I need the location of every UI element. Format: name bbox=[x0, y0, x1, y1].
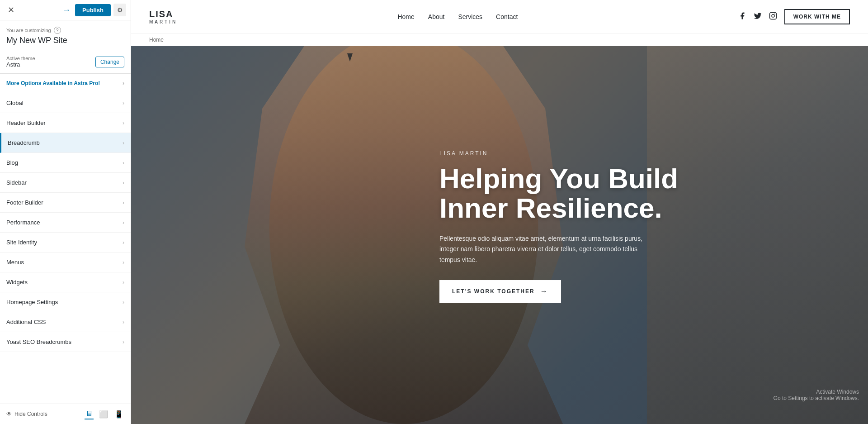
close-button[interactable]: ✕ bbox=[5, 4, 17, 16]
menu-item-blog[interactable]: Blog› bbox=[0, 153, 131, 173]
preview-area: LISA MARTIN Home About Services Contact bbox=[131, 0, 868, 424]
menu-item-homepage-settings[interactable]: Homepage Settings› bbox=[0, 292, 131, 312]
menu-item-label: More Options Available in Astra Pro! bbox=[6, 80, 100, 86]
customizing-header: You are customizing ? My New WP Site bbox=[0, 20, 131, 50]
menu-item-label: Sidebar bbox=[6, 179, 27, 186]
theme-label: Active theme bbox=[6, 56, 35, 61]
hero-title-line2: Inner Resilience. bbox=[439, 192, 662, 224]
hero-content: LISA MARTIN Helping You Build Inner Resi… bbox=[426, 137, 831, 317]
customizing-text: You are customizing bbox=[6, 28, 51, 33]
hero-cta-button[interactable]: LET'S WORK TOGETHER → bbox=[439, 280, 561, 303]
menu-item-performance[interactable]: Performance› bbox=[0, 213, 131, 233]
chevron-right-icon: › bbox=[123, 160, 124, 166]
menu-item-more-options-available-in-astra-pro[interactable]: More Options Available in Astra Pro!› bbox=[0, 74, 131, 93]
chevron-right-icon: › bbox=[123, 339, 124, 345]
menu-item-site-identity[interactable]: Site Identity› bbox=[0, 233, 131, 252]
nav-contact[interactable]: Contact bbox=[496, 13, 518, 20]
hero-title-line1: Helping You Build bbox=[439, 163, 678, 194]
hero-subtitle: LISA MARTIN bbox=[439, 150, 818, 157]
device-icons: 🖥 ⬜ 📱 bbox=[85, 409, 124, 419]
breadcrumb-bar: Home bbox=[131, 34, 868, 46]
menu-item-label: Global bbox=[6, 100, 24, 106]
menu-item-additional-css[interactable]: Additional CSS› bbox=[0, 312, 131, 332]
breadcrumb-home: Home bbox=[149, 37, 164, 43]
menu-item-label: Performance bbox=[6, 219, 40, 226]
menu-item-label: Breadcrumb bbox=[8, 139, 40, 146]
chevron-right-icon: › bbox=[123, 140, 124, 146]
menu-item-label: Blog bbox=[6, 159, 18, 166]
menu-item-yoast-seo-breadcrumbs[interactable]: Yoast SEO Breadcrumbs› bbox=[0, 332, 131, 352]
menu-item-label: Homepage Settings bbox=[6, 299, 58, 305]
chevron-right-icon: › bbox=[123, 319, 124, 325]
menu-item-breadcrumb[interactable]: Breadcrumb› bbox=[0, 133, 131, 153]
menu-item-label: Additional CSS bbox=[6, 319, 46, 325]
chevron-right-icon: › bbox=[123, 200, 124, 206]
menu-item-footer-builder[interactable]: Footer Builder› bbox=[0, 193, 131, 213]
facebook-icon[interactable] bbox=[738, 12, 746, 22]
menu-item-label: Header Builder bbox=[6, 119, 46, 126]
menu-list: More Options Available in Astra Pro!›Glo… bbox=[0, 74, 131, 404]
menu-item-header-builder[interactable]: Header Builder› bbox=[0, 113, 131, 133]
tablet-device-button[interactable]: ⬜ bbox=[98, 409, 109, 419]
chevron-right-icon: › bbox=[123, 239, 124, 246]
eye-icon: 👁 bbox=[6, 411, 12, 417]
nav-services[interactable]: Services bbox=[458, 13, 482, 20]
customizer-panel: ✕ → Publish ⚙ You are customizing ? My N… bbox=[0, 0, 131, 424]
header-right: WORK WITH ME bbox=[738, 9, 850, 24]
site-logo: LISA MARTIN bbox=[149, 9, 177, 24]
chevron-right-icon: › bbox=[123, 100, 124, 106]
publish-button[interactable]: Publish bbox=[75, 4, 111, 16]
nav-about[interactable]: About bbox=[428, 13, 445, 20]
mobile-device-button[interactable]: 📱 bbox=[113, 409, 124, 419]
chevron-right-icon: › bbox=[123, 219, 124, 226]
chevron-right-icon: › bbox=[123, 279, 124, 286]
menu-item-label: Footer Builder bbox=[6, 199, 43, 206]
top-bar: ✕ → Publish ⚙ bbox=[0, 0, 131, 20]
hero-cta-label: LET'S WORK TOGETHER bbox=[452, 288, 535, 295]
activate-line2: Go to Settings to activate Windows. bbox=[774, 395, 859, 401]
svg-point-1 bbox=[772, 14, 774, 17]
svg-point-2 bbox=[774, 14, 775, 14]
svg-rect-0 bbox=[769, 13, 776, 19]
top-bar-right: → Publish ⚙ bbox=[62, 4, 126, 16]
theme-info: Active theme Astra bbox=[6, 56, 35, 68]
desktop-device-button[interactable]: 🖥 bbox=[85, 409, 94, 419]
customizing-label: You are customizing ? bbox=[6, 27, 124, 34]
menu-item-widgets[interactable]: Widgets› bbox=[0, 272, 131, 292]
work-with-me-button[interactable]: WORK WITH ME bbox=[784, 9, 850, 24]
nav-home[interactable]: Home bbox=[397, 13, 414, 20]
chevron-right-icon: › bbox=[123, 120, 124, 126]
chevron-right-icon: › bbox=[123, 299, 124, 305]
site-nav: Home About Services Contact bbox=[397, 13, 518, 20]
bottom-controls: 👁 Hide Controls 🖥 ⬜ 📱 bbox=[0, 404, 131, 424]
menu-item-sidebar[interactable]: Sidebar› bbox=[0, 173, 131, 193]
hero-description: Pellentesque odio aliquam vitae amet, el… bbox=[439, 233, 656, 266]
hero-title: Helping You Build Inner Resilience. bbox=[439, 164, 818, 223]
menu-item-global[interactable]: Global› bbox=[0, 93, 131, 113]
logo-sub: MARTIN bbox=[149, 19, 177, 24]
chevron-right-icon: › bbox=[123, 259, 124, 266]
activate-line1: Activate Windows bbox=[774, 389, 859, 395]
cta-arrow-icon: → bbox=[540, 287, 548, 295]
theme-name: Astra bbox=[6, 61, 35, 68]
preview-frame: LISA MARTIN Home About Services Contact bbox=[131, 0, 868, 424]
theme-section: Active theme Astra Change bbox=[0, 50, 131, 74]
logo-name: LISA bbox=[149, 9, 174, 19]
activate-windows-watermark: Activate Windows Go to Settings to activ… bbox=[774, 389, 859, 401]
change-theme-button[interactable]: Change bbox=[95, 57, 124, 67]
menu-item-label: Site Identity bbox=[6, 239, 37, 246]
chevron-right-icon: › bbox=[123, 180, 124, 186]
arrow-indicator: → bbox=[62, 5, 71, 15]
menu-item-label: Widgets bbox=[6, 279, 28, 286]
settings-button[interactable]: ⚙ bbox=[113, 4, 126, 16]
help-icon[interactable]: ? bbox=[54, 27, 61, 34]
hide-controls-label: Hide Controls bbox=[14, 411, 47, 417]
menu-item-label: Menus bbox=[6, 259, 24, 266]
instagram-icon[interactable] bbox=[769, 12, 777, 22]
twitter-icon[interactable] bbox=[754, 12, 762, 22]
site-header: LISA MARTIN Home About Services Contact bbox=[131, 0, 868, 34]
chevron-right-icon: › bbox=[123, 80, 124, 86]
hide-controls-button[interactable]: 👁 Hide Controls bbox=[6, 411, 47, 417]
menu-item-label: Yoast SEO Breadcrumbs bbox=[6, 338, 71, 345]
menu-item-menus[interactable]: Menus› bbox=[0, 252, 131, 272]
